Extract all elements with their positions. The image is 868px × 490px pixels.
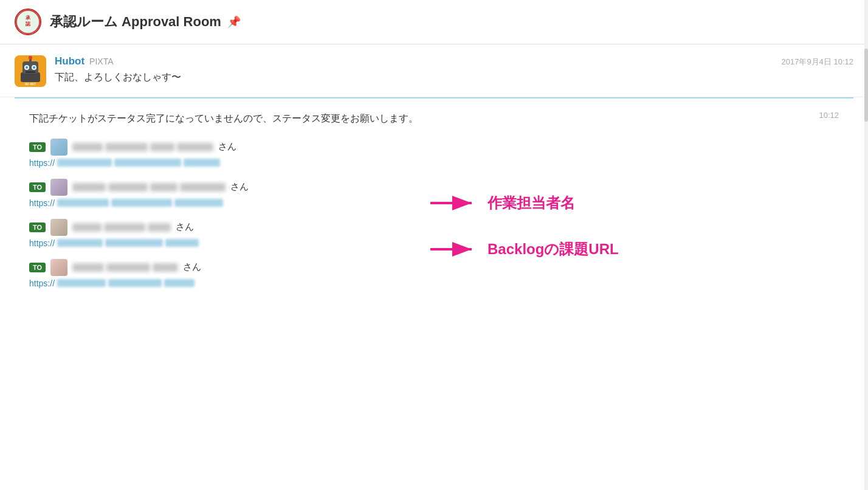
blur-block [105,143,148,151]
blur-block [72,143,103,151]
hubot-avatar-svg: HU-BOT [15,55,46,87]
url-blur [174,199,223,207]
blur-block [148,223,171,232]
blur-block [150,183,177,192]
annotation-row-1: 作業担当者名 [430,193,619,213]
url-prefix[interactable]: https:// [29,278,55,288]
url-blur [57,199,109,207]
to-badge: TO [29,263,46,272]
url-row-4: https:// [29,278,839,288]
bot-org: PIXTA [89,57,113,66]
url-blur [111,199,172,207]
svg-rect-13 [26,71,35,73]
bot-text: 下記、よろしくおなしゃす〜 [55,70,853,85]
blur-block [177,143,213,151]
url-prefix[interactable]: https:// [29,198,55,208]
recipient-name-blurred [72,183,226,192]
blur-block [108,183,148,192]
url-blur [164,279,195,287]
url-prefix[interactable]: https:// [29,238,55,248]
stamp-svg: 承 認 [15,9,41,35]
san-text: さん [230,181,249,193]
scrollbar-thumb[interactable] [864,49,868,122]
url-prefix[interactable]: https:// [29,158,55,168]
recipient-name-blurred [72,143,213,151]
inner-message-text: 下記チケットがステータス完了になっていませんので、ステータス変更をお願いします。 [29,111,418,126]
san-text: さん [218,141,236,153]
annotation-label-1: 作業担当者名 [487,193,575,213]
url-blur [114,159,181,167]
inner-timestamp: 10:12 [819,111,839,120]
url-blur [57,159,112,167]
bot-info: Hubot PIXTA 2017年9月4日 10:12 下記、よろしくおなしゃす… [55,55,853,85]
avatar [50,259,67,276]
to-badge: TO [29,142,46,152]
blur-block [104,223,145,232]
recipient-name-row-4: TO さん [29,259,839,276]
avatar [50,219,67,236]
annotation-row-2: Backlogの課題URL [430,240,619,259]
url-row-1: https:// [29,158,839,168]
avatar [50,179,67,196]
recipient-name-row-1: TO さん [29,139,839,156]
blur-block [72,223,102,232]
blur-block [153,263,178,272]
inner-message-header: 下記チケットがステータス完了になっていませんので、ステータス変更をお願いします。… [29,111,839,126]
url-blur [57,279,106,287]
to-badge: TO [29,182,46,192]
bot-message-row: HU-BOT Hubot PIXTA 2017年9月4日 10:12 下記、よろ… [0,44,868,97]
scrollbar[interactable] [864,0,868,490]
inner-message-card: 下記チケットがステータス完了になっていませんので、ステータス変更をお願いします。… [15,97,853,300]
recipient-name-blurred [72,223,171,232]
to-badge: TO [29,223,46,232]
arrow-icon-1 [430,195,479,212]
url-blur [57,239,103,247]
blur-block [180,183,226,192]
bot-name-row: Hubot PIXTA 2017年9月4日 10:12 [55,55,853,67]
recipient-name-blurred [72,263,178,272]
bot-name: Hubot [55,55,84,67]
blur-block [72,183,106,192]
message-timestamp: 2017年9月4日 10:12 [781,57,853,67]
svg-point-12 [29,56,32,60]
san-text: さん [183,261,201,273]
header: 承 認 承認ルーム Approval Room 📌 [0,0,868,44]
list-item: TO さん https:// [29,139,839,168]
blur-block [72,263,104,272]
room-icon: 承 認 [15,9,41,35]
url-blur [165,239,199,247]
svg-text:承: 承 [25,15,31,21]
annotation-label-2: Backlogの課題URL [487,240,619,259]
url-blur [108,279,162,287]
avatar: HU-BOT [15,55,46,87]
blur-block [106,263,150,272]
page-title: 承認ルーム Approval Room [50,13,221,31]
pin-icon: 📌 [227,15,241,29]
avatar [50,139,67,156]
recipient-section: TO さん https:// [29,139,839,288]
url-blur [184,159,220,167]
san-text: さん [176,221,194,233]
list-item: TO さん https:// [29,259,839,288]
svg-rect-5 [21,72,40,82]
svg-point-9 [26,66,28,69]
url-blur [105,239,163,247]
svg-text:認: 認 [26,21,31,27]
arrow-icon-2 [430,241,479,258]
svg-text:HU-BOT: HU-BOT [25,82,36,86]
annotation-container: 作業担当者名 Backlogの課題URL [430,193,619,259]
svg-point-10 [33,66,35,69]
blur-block [150,143,174,151]
